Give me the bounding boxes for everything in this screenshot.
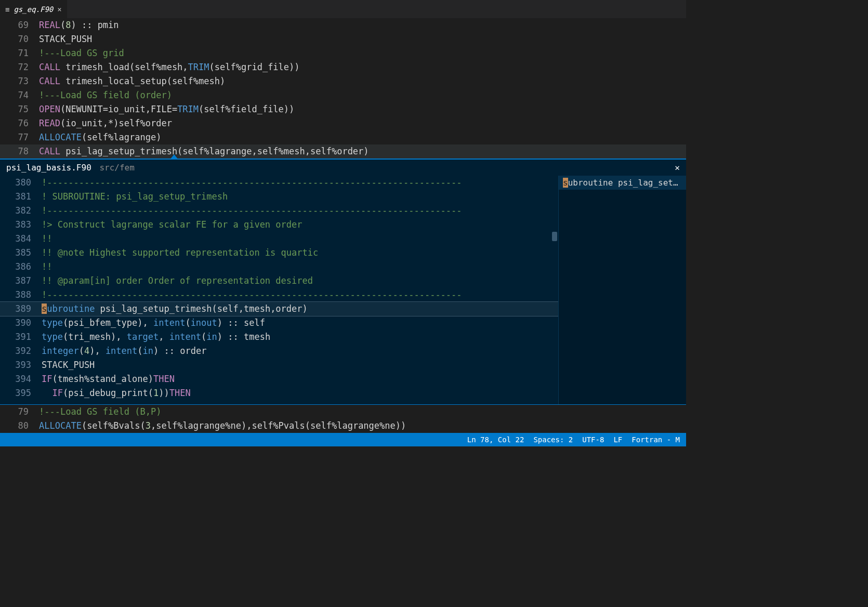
status-language[interactable]: Fortran - M — [632, 436, 680, 444]
line-number: 77 — [0, 130, 39, 144]
code-content[interactable]: !! @param[in] order Order of representat… — [42, 274, 558, 288]
code-content[interactable]: !---Load GS field (B,P) — [39, 405, 686, 419]
code-line[interactable]: 71!---Load GS grid — [0, 46, 686, 60]
code-content[interactable]: !! — [42, 232, 558, 246]
code-line[interactable]: 384!! — [0, 232, 558, 246]
code-content[interactable]: READ(io_unit,*)self%order — [39, 116, 686, 130]
peek-scrollbar[interactable] — [551, 176, 558, 404]
code-line[interactable]: 391type(tri_mesh), target, intent(in) ::… — [0, 330, 558, 344]
code-content[interactable]: !---------------------------------------… — [42, 176, 558, 190]
code-line[interactable]: 386!! — [0, 260, 558, 274]
code-content[interactable]: IF(tmesh%stand_alone)THEN — [42, 372, 558, 386]
line-number: 386 — [0, 260, 42, 274]
code-line[interactable]: 69REAL(8) :: pmin — [0, 18, 686, 32]
code-line[interactable]: 73CALL trimesh_local_setup(self%mesh) — [0, 74, 686, 88]
line-number: 72 — [0, 60, 39, 74]
line-number: 80 — [0, 419, 39, 433]
line-number: 74 — [0, 88, 39, 102]
code-line[interactable]: 382!------------------------------------… — [0, 204, 558, 218]
line-number: 393 — [0, 358, 42, 372]
code-content[interactable]: !! @note Highest supported representatio… — [42, 246, 558, 260]
code-line[interactable]: 80ALLOCATE(self%Bvals(3,self%lagrange%ne… — [0, 419, 686, 433]
code-content[interactable]: !---Load GS field (order) — [39, 88, 686, 102]
code-content[interactable]: type(tri_mesh), target, intent(in) :: tm… — [42, 330, 558, 344]
code-content[interactable]: !---------------------------------------… — [42, 204, 558, 218]
code-content[interactable]: CALL psi_lag_setup_trimesh(self%lagrange… — [39, 144, 686, 159]
peek-references-panel: subroutine psi_lag_set… — [559, 176, 686, 404]
code-line[interactable]: 75OPEN(NEWUNIT=io_unit,FILE=TRIM(self%fi… — [0, 102, 686, 116]
line-number: 394 — [0, 372, 42, 386]
line-number: 71 — [0, 46, 39, 60]
peek-header: psi_lag_basis.F90 src/fem ✕ — [0, 160, 686, 176]
tab-gs-eq[interactable]: ≡ gs_eq.F90 × — [0, 0, 68, 18]
status-encoding[interactable]: UTF-8 — [582, 436, 604, 444]
line-number: 388 — [0, 288, 42, 302]
code-line[interactable]: 79!---Load GS field (B,P) — [0, 405, 686, 419]
line-number: 384 — [0, 232, 42, 246]
peek-reference-item[interactable]: subroutine psi_lag_set… — [559, 176, 686, 190]
peek-editor[interactable]: 380!------------------------------------… — [0, 176, 559, 404]
line-number: 381 — [0, 190, 42, 204]
code-line[interactable]: 388!------------------------------------… — [0, 288, 558, 302]
code-content[interactable]: subroutine psi_lag_setup_trimesh(self,tm… — [42, 302, 558, 316]
tab-bar: ≡ gs_eq.F90 × — [0, 0, 686, 18]
code-content[interactable]: !---Load GS grid — [39, 46, 686, 60]
line-number: 78 — [0, 144, 39, 159]
line-number: 382 — [0, 204, 42, 218]
line-number: 392 — [0, 344, 42, 358]
code-line[interactable]: 394IF(tmesh%stand_alone)THEN — [0, 372, 558, 386]
line-number: 385 — [0, 246, 42, 260]
code-content[interactable]: CALL trimesh_local_setup(self%mesh) — [39, 74, 686, 88]
line-number: 75 — [0, 102, 39, 116]
code-line[interactable]: 395 IF(psi_debug_print(1))THEN — [0, 386, 558, 400]
tab-menu-icon: ≡ — [5, 5, 9, 14]
code-line[interactable]: 383!> Construct lagrange scalar FE for a… — [0, 218, 558, 232]
code-content[interactable]: ALLOCATE(self%Bvals(3,self%lagrange%ne),… — [39, 419, 686, 433]
peek-filepath: src/fem — [99, 163, 134, 173]
code-content[interactable]: STACK_PUSH — [39, 32, 686, 46]
code-line[interactable]: 392integer(4), intent(in) :: order — [0, 344, 558, 358]
code-line[interactable]: 72CALL trimesh_load(self%mesh,TRIM(self%… — [0, 60, 686, 74]
code-line[interactable]: 387!! @param[in] order Order of represen… — [0, 274, 558, 288]
close-icon[interactable]: × — [57, 5, 61, 14]
line-number: 389 — [0, 302, 42, 316]
line-number: 383 — [0, 218, 42, 232]
editor-main[interactable]: 69REAL(8) :: pmin70STACK_PUSH71!---Load … — [0, 18, 686, 159]
status-spaces[interactable]: Spaces: 2 — [533, 436, 573, 444]
code-line[interactable]: 77ALLOCATE(self%lagrange) — [0, 130, 686, 144]
code-content[interactable]: STACK_PUSH — [42, 358, 558, 372]
code-content[interactable]: !! — [42, 260, 558, 274]
editor-main-continued[interactable]: 79!---Load GS field (B,P)80ALLOCATE(self… — [0, 405, 686, 433]
code-line[interactable]: 70STACK_PUSH — [0, 32, 686, 46]
line-number: 391 — [0, 330, 42, 344]
code-line[interactable]: 393STACK_PUSH — [0, 358, 558, 372]
code-content[interactable]: REAL(8) :: pmin — [39, 18, 686, 32]
line-number: 76 — [0, 116, 39, 130]
peek-ref-label: ubroutine psi_lag_set… — [568, 178, 678, 188]
peek-close-icon[interactable]: ✕ — [675, 163, 680, 173]
code-content[interactable]: ! SUBROUTINE: psi_lag_setup_trimesh — [42, 190, 558, 204]
tab-filename: gs_eq.F90 — [14, 5, 53, 14]
code-line[interactable]: 389subroutine psi_lag_setup_trimesh(self… — [0, 302, 558, 316]
code-line[interactable]: 78CALL psi_lag_setup_trimesh(self%lagran… — [0, 144, 686, 159]
code-content[interactable]: !---------------------------------------… — [42, 288, 558, 302]
status-position[interactable]: Ln 78, Col 22 — [467, 436, 524, 444]
line-number: 73 — [0, 74, 39, 88]
code-line[interactable]: 74!---Load GS field (order) — [0, 88, 686, 102]
code-content[interactable]: CALL trimesh_load(self%mesh,TRIM(self%gr… — [39, 60, 686, 74]
code-line[interactable]: 381! SUBROUTINE: psi_lag_setup_trimesh — [0, 190, 558, 204]
code-content[interactable]: IF(psi_debug_print(1))THEN — [42, 386, 558, 400]
code-content[interactable]: !> Construct lagrange scalar FE for a gi… — [42, 218, 558, 232]
code-line[interactable]: 380!------------------------------------… — [0, 176, 558, 190]
code-line[interactable]: 385!! @note Highest supported representa… — [0, 246, 558, 260]
line-number: 69 — [0, 18, 39, 32]
code-content[interactable]: integer(4), intent(in) :: order — [42, 344, 558, 358]
scrollbar-thumb[interactable] — [552, 232, 557, 241]
code-content[interactable]: ALLOCATE(self%lagrange) — [39, 130, 686, 144]
code-content[interactable]: type(psi_bfem_type), intent(inout) :: se… — [42, 316, 558, 330]
peek-view: psi_lag_basis.F90 src/fem ✕ 380!--------… — [0, 159, 686, 405]
status-eol[interactable]: LF — [613, 436, 622, 444]
code-content[interactable]: OPEN(NEWUNIT=io_unit,FILE=TRIM(self%fiel… — [39, 102, 686, 116]
code-line[interactable]: 76READ(io_unit,*)self%order — [0, 116, 686, 130]
code-line[interactable]: 390type(psi_bfem_type), intent(inout) ::… — [0, 316, 558, 330]
